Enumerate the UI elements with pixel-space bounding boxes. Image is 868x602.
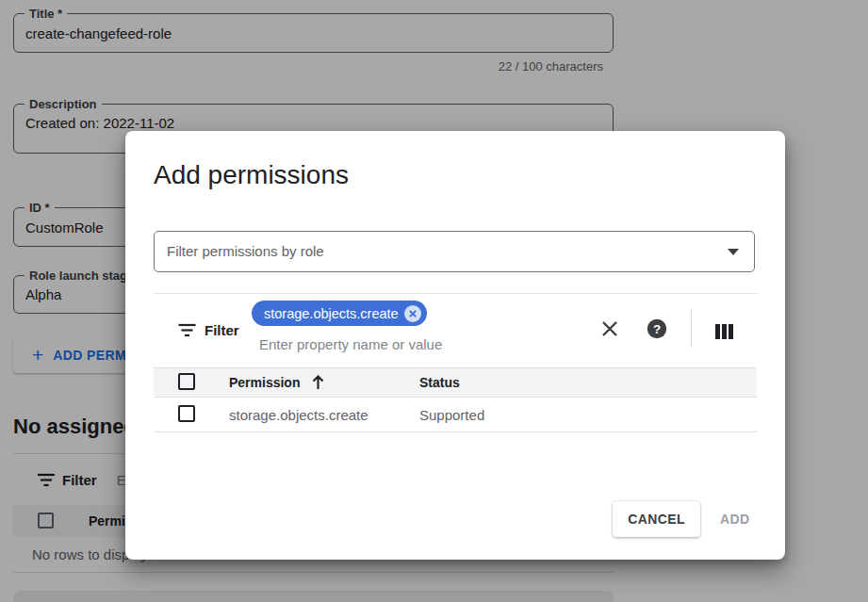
table-header: Permission Status <box>154 367 757 398</box>
chevron-down-icon <box>728 249 739 255</box>
table-row[interactable]: storage.objects.create Supported <box>154 399 757 432</box>
filter-chip[interactable]: storage.objects.create <box>252 301 427 326</box>
column-header-status[interactable]: Status <box>419 375 460 390</box>
role-filter-placeholder: Filter permissions by role <box>167 243 324 259</box>
divider <box>691 310 692 348</box>
row-permission-cell: storage.objects.create <box>229 407 368 423</box>
columns-icon <box>715 324 733 339</box>
filter-label: Filter <box>205 322 239 338</box>
help-button[interactable]: ? <box>646 317 668 340</box>
help-icon: ? <box>647 318 667 339</box>
screen: Title * create-changefeed-role 22 / 100 … <box>0 0 868 602</box>
column-header-permission[interactable]: Permission <box>229 375 300 390</box>
filter-input[interactable]: Enter property name or value <box>259 336 442 352</box>
add-permissions-dialog: Add permissions Filter permissions by ro… <box>125 131 785 560</box>
column-display-button[interactable] <box>712 320 735 343</box>
cancel-button[interactable]: CANCEL <box>613 501 700 537</box>
dialog-title: Add permissions <box>154 160 349 190</box>
close-icon <box>600 319 619 338</box>
filter-button[interactable]: Filter <box>178 319 239 340</box>
divider <box>154 293 757 294</box>
add-button[interactable]: ADD <box>720 512 750 527</box>
chip-remove-icon[interactable] <box>404 305 421 322</box>
filter-chip-label: storage.objects.create <box>264 306 399 321</box>
filter-icon <box>178 323 196 337</box>
svg-text:?: ? <box>653 322 661 336</box>
clear-filters-button[interactable] <box>598 317 621 340</box>
select-all-checkbox[interactable] <box>178 373 195 390</box>
row-status-cell: Supported <box>419 407 484 423</box>
row-checkbox[interactable] <box>178 405 195 422</box>
sort-ascending-icon <box>310 374 326 391</box>
role-filter-select[interactable]: Filter permissions by role <box>154 231 755 272</box>
